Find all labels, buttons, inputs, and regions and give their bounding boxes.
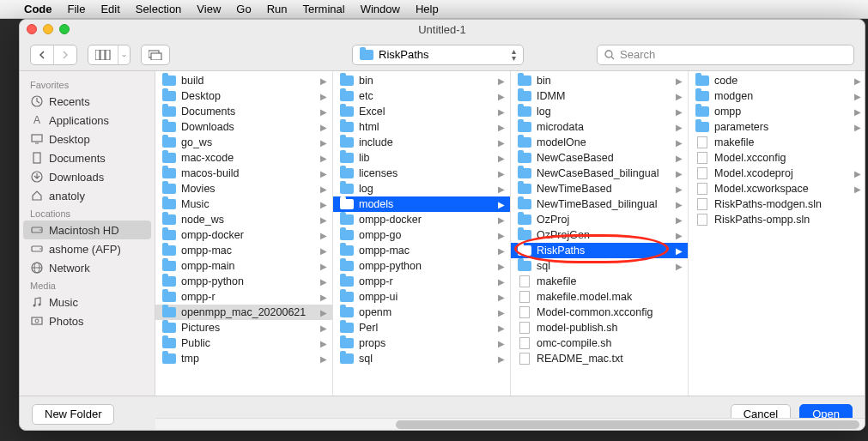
sidebar-item-ashome-afp-[interactable]: ashome (AFP)	[20, 239, 155, 258]
forward-button[interactable]	[54, 45, 76, 64]
file-entry[interactable]: log▶	[511, 104, 688, 119]
file-entry[interactable]: html▶	[333, 119, 510, 135]
minimize-icon[interactable]	[43, 24, 53, 34]
menu-go[interactable]: Go	[236, 3, 251, 15]
file-entry[interactable]: RiskPaths-modgen.sln	[689, 196, 865, 212]
sidebar-item-anatoly[interactable]: anatoly	[20, 186, 155, 205]
file-entry[interactable]: go_ws▶	[155, 135, 332, 150]
menu-edit[interactable]: Edit	[100, 3, 119, 15]
sidebar-item-documents[interactable]: Documents	[20, 148, 155, 167]
file-entry[interactable]: ompp-r▶	[333, 274, 510, 289]
file-entry[interactable]: models▶	[333, 196, 510, 212]
file-entry[interactable]: makefile.model.mak	[511, 289, 688, 305]
sidebar-item-desktop[interactable]: Desktop	[20, 130, 155, 148]
file-entry[interactable]: ompp-python▶	[333, 258, 510, 274]
file-entry[interactable]: Excel▶	[333, 104, 510, 119]
menu-terminal[interactable]: Terminal	[303, 3, 345, 15]
file-entry[interactable]: sql▶	[511, 258, 688, 274]
menu-view[interactable]: View	[197, 3, 221, 15]
sidebar-item-music[interactable]: Music	[20, 293, 155, 311]
file-entry[interactable]: macos-build▶	[155, 166, 332, 181]
file-entry[interactable]: Music▶	[155, 196, 332, 212]
file-entry[interactable]: modgen▶	[689, 88, 865, 104]
file-entry[interactable]: ompp-main▶	[155, 258, 332, 274]
file-entry[interactable]: IDMM▶	[511, 88, 688, 104]
file-entry[interactable]: build▶	[155, 73, 332, 88]
menu-selection[interactable]: Selection	[136, 3, 181, 15]
sidebar-item-network[interactable]: Network	[20, 258, 155, 277]
file-entry[interactable]: licenses▶	[333, 166, 510, 181]
file-entry[interactable]: bin▶	[511, 73, 688, 88]
menu-help[interactable]: Help	[416, 3, 439, 15]
file-entry[interactable]: include▶	[333, 135, 510, 150]
file-entry[interactable]: modelOne▶	[511, 135, 688, 150]
view-mode-chevron-icon[interactable]: ⌵	[118, 45, 130, 64]
file-entry[interactable]: ompp-mac▶	[333, 243, 510, 258]
file-entry[interactable]: Perl▶	[333, 320, 510, 335]
file-entry[interactable]: NewCaseBased_bilingual▶	[511, 166, 688, 181]
file-entry[interactable]: ompp-docker▶	[333, 212, 510, 227]
app-name[interactable]: Code	[24, 3, 52, 15]
file-entry[interactable]: Public▶	[155, 335, 332, 351]
file-entry[interactable]: Documents▶	[155, 104, 332, 119]
file-entry[interactable]: ompp-r▶	[155, 289, 332, 305]
close-icon[interactable]	[27, 24, 37, 34]
file-entry[interactable]: ompp-mac▶	[155, 243, 332, 258]
file-entry[interactable]: ompp-go▶	[333, 227, 510, 243]
file-entry[interactable]: RiskPaths▶	[511, 243, 688, 258]
new-folder-button[interactable]: New Folder	[32, 404, 114, 425]
sidebar-item-applications[interactable]: AApplications	[20, 111, 155, 130]
file-entry[interactable]: makefile	[689, 135, 865, 150]
file-entry[interactable]: model-publish.sh	[511, 320, 688, 335]
scrollbar-thumb[interactable]	[396, 420, 859, 429]
maximize-icon[interactable]	[59, 24, 70, 34]
sidebar-item-downloads[interactable]: Downloads	[20, 167, 155, 186]
horizontal-scrollbar[interactable]	[155, 418, 865, 430]
file-entry[interactable]: openmpp_mac_20200621▶	[155, 305, 332, 320]
file-entry[interactable]: Pictures▶	[155, 320, 332, 335]
sidebar-item-recents[interactable]: Recents	[20, 92, 155, 111]
column-view-button[interactable]	[88, 45, 118, 64]
file-entry[interactable]: mac-xcode▶	[155, 150, 332, 166]
file-entry[interactable]: README_mac.txt	[511, 351, 688, 366]
path-dropdown[interactable]: RiskPaths ▴▾	[352, 45, 524, 65]
group-button[interactable]	[141, 45, 170, 65]
file-entry[interactable]: sql▶	[333, 351, 510, 366]
file-entry[interactable]: OzProjGen▶	[511, 227, 688, 243]
file-entry[interactable]: Model.xcworkspace▶	[689, 181, 865, 196]
file-entry[interactable]: NewTimeBased▶	[511, 181, 688, 196]
file-entry[interactable]: ompp-ui▶	[333, 289, 510, 305]
back-button[interactable]	[31, 45, 54, 64]
file-entry[interactable]: NewCaseBased▶	[511, 150, 688, 166]
file-entry[interactable]: bin▶	[333, 73, 510, 88]
menu-file[interactable]: File	[68, 3, 86, 15]
file-entry[interactable]: etc▶	[333, 88, 510, 104]
sidebar-item-photos[interactable]: Photos	[20, 311, 155, 330]
menu-window[interactable]: Window	[361, 3, 400, 15]
file-entry[interactable]: makefile	[511, 274, 688, 289]
file-entry[interactable]: ompp-docker▶	[155, 227, 332, 243]
search-input[interactable]: Search	[597, 45, 854, 65]
file-entry[interactable]: parameters▶	[689, 119, 865, 135]
file-entry[interactable]: Model.xcodeproj▶	[689, 166, 865, 181]
sidebar-item-macintosh-hd[interactable]: Macintosh HD	[23, 220, 151, 239]
file-entry[interactable]: Desktop▶	[155, 88, 332, 104]
file-entry[interactable]: log▶	[333, 181, 510, 196]
file-entry[interactable]: lib▶	[333, 150, 510, 166]
file-entry[interactable]: openm▶	[333, 305, 510, 320]
file-entry[interactable]: RiskPaths-ompp.sln	[689, 212, 865, 227]
file-entry[interactable]: Movies▶	[155, 181, 332, 196]
file-entry[interactable]: OzProj▶	[511, 212, 688, 227]
file-entry[interactable]: Model-common.xcconfig	[511, 305, 688, 320]
file-entry[interactable]: ompp▶	[689, 104, 865, 119]
file-entry[interactable]: props▶	[333, 335, 510, 351]
file-entry[interactable]: ompp-python▶	[155, 274, 332, 289]
file-entry[interactable]: omc-compile.sh	[511, 335, 688, 351]
file-entry[interactable]: node_ws▶	[155, 212, 332, 227]
file-entry[interactable]: Model.xcconfig	[689, 150, 865, 166]
file-entry[interactable]: tmp▶	[155, 351, 332, 366]
file-entry[interactable]: Downloads▶	[155, 119, 332, 135]
file-entry[interactable]: microdata▶	[511, 119, 688, 135]
file-entry[interactable]: code▶	[689, 73, 865, 88]
file-entry[interactable]: NewTimeBased_bilingual▶	[511, 196, 688, 212]
